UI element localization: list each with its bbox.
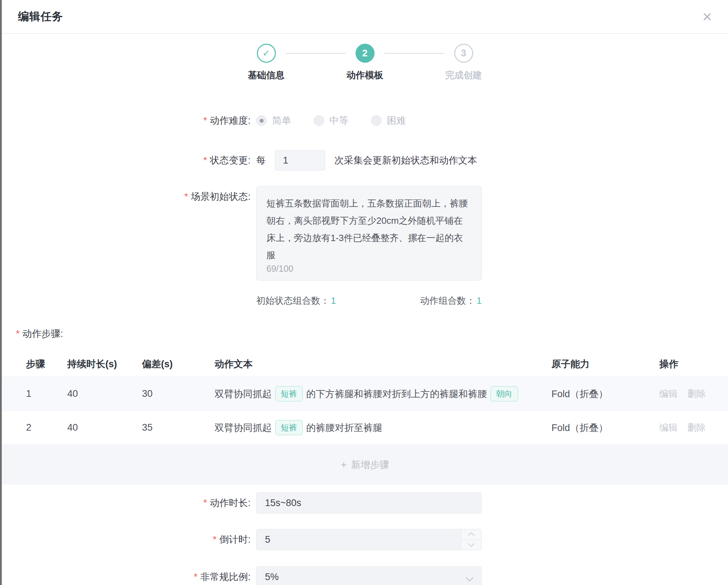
col-header-deviation: 偏差(s) bbox=[142, 358, 215, 370]
table-row: 2 40 35 双臂协同抓起 短裤 的裤腰对折至裤腿 Fold（折叠） 编辑 删… bbox=[2, 411, 728, 445]
unusual-ratio-value: 5% bbox=[265, 572, 279, 583]
object-tag: 短裤 bbox=[275, 420, 303, 435]
char-counter: 69/100 bbox=[266, 264, 293, 274]
required-marker: * bbox=[203, 115, 207, 126]
combos-row: 初始状态组合数：1 动作组合数：1 bbox=[2, 295, 728, 307]
page-title: 编辑任务 bbox=[18, 9, 63, 24]
cell-deviation: 30 bbox=[142, 388, 215, 399]
initial-state-row: *场景初始状态: 短裤五条数据背面朝上，五条数据正面朝上，裤腰朝右，离头部视野下… bbox=[2, 186, 728, 281]
edit-link[interactable]: 编辑 bbox=[659, 421, 678, 434]
countdown-label: *倒计时: bbox=[2, 533, 251, 546]
orientation-tag: 朝向 bbox=[491, 386, 518, 401]
initial-state-combo-count: 初始状态组合数：1 bbox=[256, 295, 336, 307]
step-label: 动作模板 bbox=[347, 69, 383, 81]
action-text-segment: 的裤腰对折至裤腿 bbox=[306, 421, 382, 434]
state-change-input[interactable]: 1 bbox=[275, 150, 325, 171]
chevron-down-icon bbox=[468, 541, 474, 547]
table-row: 1 40 30 双臂协同抓起 短裤 的下方裤腿和裤腰对折到上方的裤腿和裤腰 朝向… bbox=[2, 377, 728, 411]
state-change-row: *状态变更: 每 1 次采集会更新初始状态和动作文本 bbox=[2, 150, 728, 171]
stepper-connector bbox=[286, 53, 346, 54]
state-change-control: 每 1 次采集会更新初始状态和动作文本 bbox=[256, 150, 477, 171]
unusual-ratio-label: *非常规比例: bbox=[2, 571, 251, 583]
col-header-operations: 操作 bbox=[659, 358, 728, 370]
required-marker: * bbox=[184, 191, 188, 202]
check-icon: ✓ bbox=[257, 44, 276, 63]
step-number: 3 bbox=[454, 44, 473, 63]
required-marker: * bbox=[16, 328, 20, 339]
radio-hard[interactable]: 困难 bbox=[371, 114, 406, 127]
state-change-prefix: 每 bbox=[256, 154, 266, 167]
initial-combo-value: 1 bbox=[331, 295, 336, 306]
col-header-step: 步骤 bbox=[26, 358, 67, 370]
difficulty-row: *动作难度: 简单 中等 困难 bbox=[2, 114, 728, 127]
select-chevron-down-icon bbox=[466, 574, 473, 581]
countdown-value: 5 bbox=[265, 534, 270, 545]
cell-step: 2 bbox=[26, 422, 67, 433]
unusual-ratio-row: *非常规比例: 5% bbox=[2, 566, 728, 585]
stepper-step-action-template[interactable]: 2 动作模板 bbox=[346, 44, 384, 81]
radio-label: 困难 bbox=[387, 114, 406, 127]
action-text-segment: 双臂协同抓起 bbox=[215, 421, 272, 434]
action-steps-table: 步骤 持续时长(s) 偏差(s) 动作文本 原子能力 操作 1 40 30 双臂… bbox=[2, 351, 728, 485]
action-steps-label: *动作步骤: bbox=[16, 327, 728, 340]
step-label: 完成创建 bbox=[445, 69, 482, 81]
countdown-input[interactable]: 5 bbox=[256, 529, 482, 550]
cell-step: 1 bbox=[26, 388, 67, 399]
difficulty-radio-group: 简单 中等 困难 bbox=[256, 114, 406, 127]
step-label: 基础信息 bbox=[248, 69, 285, 81]
dialog-header: 编辑任务 × bbox=[2, 0, 728, 34]
stepper: ✓ 基础信息 2 动作模板 3 完成创建 bbox=[2, 44, 728, 81]
radio-easy[interactable]: 简单 bbox=[256, 114, 291, 127]
number-stepper bbox=[461, 529, 481, 550]
unusual-ratio-select[interactable]: 5% bbox=[256, 566, 482, 585]
radio-label: 中等 bbox=[329, 114, 348, 127]
cell-deviation: 35 bbox=[142, 422, 215, 433]
action-duration-label: *动作时长: bbox=[2, 497, 251, 509]
stepper-step-basic-info[interactable]: ✓ 基础信息 bbox=[247, 44, 286, 81]
chevron-up-icon bbox=[468, 532, 474, 538]
action-text-segment: 的下方裤腿和裤腰对折到上方的裤腿和裤腰 bbox=[306, 388, 487, 400]
cell-action-text: 双臂协同抓起 短裤 的裤腰对折至裤腿 bbox=[215, 420, 551, 435]
edit-link[interactable]: 编辑 bbox=[659, 388, 678, 400]
col-header-action-text: 动作文本 bbox=[215, 358, 551, 370]
cell-action-text: 双臂协同抓起 短裤 的下方裤腿和裤腰对折到上方的裤腿和裤腰 朝向 bbox=[215, 386, 551, 401]
required-marker: * bbox=[194, 572, 198, 582]
add-step-button[interactable]: + 新增步骤 bbox=[2, 445, 728, 485]
action-duration-row: *动作时长: 15s~80s bbox=[2, 492, 728, 513]
stepper-step-finish-create[interactable]: 3 完成创建 bbox=[444, 44, 483, 81]
cell-operations: 编辑 删除 bbox=[659, 421, 728, 434]
initial-state-textarea[interactable]: 短裤五条数据背面朝上，五条数据正面朝上，裤腰朝右，离头部视野下方至少20cm之外… bbox=[256, 186, 482, 281]
cell-atomic-ability: Fold（折叠） bbox=[551, 421, 659, 434]
cell-operations: 编辑 删除 bbox=[659, 388, 728, 400]
step-number: 2 bbox=[356, 44, 375, 63]
initial-state-label: *场景初始状态: bbox=[2, 186, 251, 203]
delete-link[interactable]: 删除 bbox=[687, 388, 706, 400]
stepper-connector bbox=[384, 53, 444, 54]
edit-task-dialog: 编辑任务 × ✓ 基础信息 2 动作模板 3 完成创建 *动作难度: 简单 中等 bbox=[2, 0, 728, 585]
action-combo-count: 动作组合数：1 bbox=[420, 295, 482, 307]
action-combo-value: 1 bbox=[477, 295, 482, 306]
col-header-duration: 持续时长(s) bbox=[67, 358, 142, 370]
table-header-row: 步骤 持续时长(s) 偏差(s) 动作文本 原子能力 操作 bbox=[2, 351, 728, 377]
cell-duration: 40 bbox=[67, 422, 142, 433]
required-marker: * bbox=[203, 155, 207, 166]
required-marker: * bbox=[203, 498, 207, 508]
state-change-suffix: 次采集会更新初始状态和动作文本 bbox=[334, 154, 477, 167]
close-icon[interactable]: × bbox=[702, 8, 712, 25]
action-duration-input[interactable]: 15s~80s bbox=[256, 492, 482, 513]
col-header-atomic-ability: 原子能力 bbox=[551, 358, 659, 370]
radio-unchecked-icon bbox=[314, 115, 324, 126]
cell-duration: 40 bbox=[67, 388, 142, 399]
plus-icon: + bbox=[341, 459, 347, 471]
stepper-decrease-button[interactable] bbox=[461, 540, 481, 550]
action-text-segment: 双臂协同抓起 bbox=[215, 388, 272, 400]
stepper-increase-button[interactable] bbox=[461, 529, 481, 540]
radio-medium[interactable]: 中等 bbox=[314, 114, 348, 127]
radio-unchecked-icon bbox=[371, 115, 382, 126]
delete-link[interactable]: 删除 bbox=[687, 421, 706, 434]
initial-state-text: 短裤五条数据背面朝上，五条数据正面朝上，裤腰朝右，离头部视野下方至少20cm之外… bbox=[266, 195, 471, 264]
object-tag: 短裤 bbox=[275, 386, 303, 401]
countdown-row: *倒计时: 5 bbox=[2, 529, 728, 550]
state-change-label: *状态变更: bbox=[2, 154, 251, 167]
add-step-label: 新增步骤 bbox=[351, 458, 389, 471]
